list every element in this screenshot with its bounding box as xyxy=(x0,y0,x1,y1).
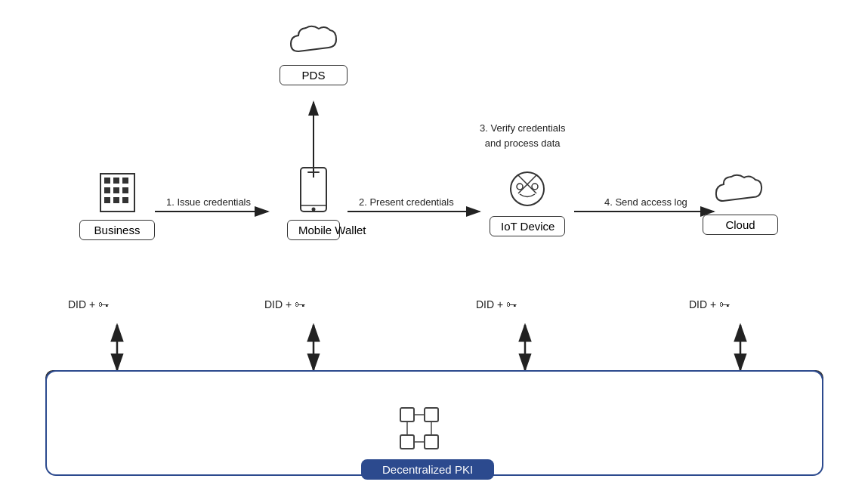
did-label-business: DID + 🗝 xyxy=(68,298,109,310)
svg-point-23 xyxy=(312,208,316,212)
step3-label: 3. Verify credentials and process data xyxy=(480,121,565,150)
mobile-wallet-node: Mobile Wallet xyxy=(287,166,340,240)
svg-rect-31 xyxy=(425,408,438,422)
cloud-label: Cloud xyxy=(703,215,778,235)
pds-cloud-icon xyxy=(287,23,340,60)
did-label-iot: DID + 🗝 xyxy=(476,298,517,310)
svg-rect-19 xyxy=(113,197,119,203)
blockchain-icon xyxy=(385,406,483,455)
iot-device-node: IoT Device xyxy=(490,166,565,236)
step2-label: 2. Present credentials xyxy=(359,196,454,208)
cloud-icon xyxy=(714,172,767,210)
did-label-wallet: DID + 🗝 xyxy=(264,298,305,310)
mobile-wallet-label: Mobile Wallet xyxy=(287,220,340,240)
did-label-cloud: DID + 🗝 xyxy=(689,298,730,310)
step4-label: 4. Send access log xyxy=(604,196,687,208)
business-icon xyxy=(97,170,138,215)
mobile-wallet-icon xyxy=(298,166,329,215)
svg-rect-13 xyxy=(113,178,119,184)
svg-rect-14 xyxy=(122,178,128,184)
iot-device-label: IoT Device xyxy=(490,216,565,236)
svg-point-25 xyxy=(511,172,544,205)
svg-rect-34 xyxy=(425,435,438,449)
svg-rect-30 xyxy=(400,408,414,422)
svg-point-26 xyxy=(517,184,523,190)
cloud-node: Cloud xyxy=(703,172,778,235)
svg-rect-15 xyxy=(104,187,110,193)
blockchain-svg xyxy=(385,406,483,452)
svg-rect-20 xyxy=(122,197,128,203)
business-label: Business xyxy=(79,220,155,240)
iot-icon xyxy=(503,166,552,212)
diagram: PDS Business Mobile Wallet xyxy=(0,0,868,491)
pds-label: PDS xyxy=(280,65,348,85)
svg-rect-24 xyxy=(307,171,320,173)
business-node: Business xyxy=(79,170,155,240)
svg-rect-33 xyxy=(400,435,414,449)
svg-point-27 xyxy=(532,184,538,190)
dpki-label: Decentralized PKI xyxy=(361,459,494,480)
svg-rect-18 xyxy=(104,197,110,203)
pds-area: PDS xyxy=(280,23,348,85)
svg-rect-16 xyxy=(113,187,119,193)
svg-rect-12 xyxy=(104,178,110,184)
svg-rect-17 xyxy=(122,187,128,193)
step1-label: 1. Issue credentials xyxy=(166,196,251,208)
